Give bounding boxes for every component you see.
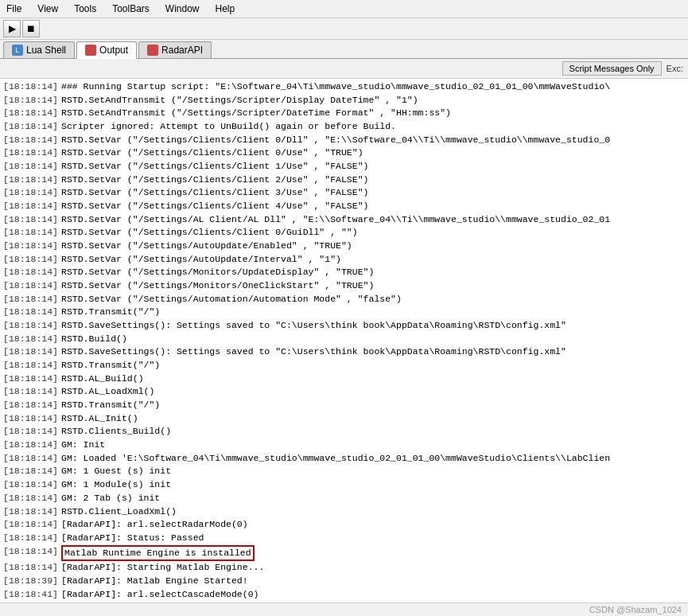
log-content: RSTD.SetVar ("/Settings/AutoUpdate/Inter… bbox=[61, 253, 341, 267]
log-content: RSTD.SetVar ("/Settings/Monitors/UpdateD… bbox=[61, 266, 374, 279]
log-line: [18:18:14]RSTD.Client_LoadXml() bbox=[3, 505, 685, 519]
log-content: [RadarAPI]: arl.selectRadarMode(0) bbox=[61, 518, 248, 532]
log-content: RSTD.SetVar ("/Settings/Clients/Client 2… bbox=[61, 173, 368, 187]
log-line: [18:18:14]RSTD.SaveSettings(): Settings … bbox=[3, 345, 685, 359]
log-content: RSTD.SetAndTransmit ("/Settings/Scripter… bbox=[61, 94, 418, 107]
menu-help[interactable]: Help bbox=[212, 2, 239, 16]
tab-lua-shell[interactable]: L Lua Shell bbox=[3, 41, 75, 58]
log-line: [18:18:14]GM: Init bbox=[3, 439, 685, 452]
log-timestamp: [18:18:14] bbox=[3, 240, 58, 253]
log-line: [18:18:14]RSTD.SetVar ("/Settings/Client… bbox=[3, 186, 685, 200]
log-content: RSTD.Transmit("/") bbox=[61, 306, 160, 319]
log-line: [18:18:14]GM: Loaded 'E:\Software_04\Ti\… bbox=[3, 452, 685, 466]
log-timestamp: [18:18:14] bbox=[3, 186, 58, 200]
log-content: [RadarAPI]: Starting Matlab Engine... bbox=[61, 561, 264, 575]
log-timestamp: [18:18:14] bbox=[3, 306, 58, 319]
log-line: [18:18:14]GM: 2 Tab (s) init bbox=[3, 492, 685, 505]
log-line: [18:18:14]RSTD.SetVar ("/Settings/Monito… bbox=[3, 266, 685, 279]
log-timestamp: [18:18:14] bbox=[3, 213, 58, 227]
log-timestamp: [18:18:14] bbox=[3, 518, 58, 532]
watermark: CSDN @Shazam_1024 bbox=[589, 605, 682, 614]
log-content: RSTD.SetVar ("/Settings/Monitors/OneClic… bbox=[61, 279, 374, 293]
log-timestamp: [18:18:14] bbox=[3, 160, 58, 173]
log-content: RSTD.SetVar ("/Settings/Clients/Client 4… bbox=[61, 200, 368, 213]
log-line: [18:18:14]RSTD.SetVar ("/Settings/Client… bbox=[3, 160, 685, 173]
log-area[interactable]: [18:18:14]### Running Startup script: "E… bbox=[0, 79, 688, 602]
menu-window[interactable]: Window bbox=[162, 2, 203, 16]
log-line: [18:18:14]RSTD.SaveSettings(): Settings … bbox=[3, 319, 685, 333]
log-content: RSTD.Transmit("/") bbox=[61, 399, 160, 412]
log-content: RSTD.AL_Init() bbox=[61, 412, 138, 426]
log-line: [18:18:14]RSTD.SetVar ("/Settings/AutoUp… bbox=[3, 253, 685, 267]
run-button[interactable]: ▶ bbox=[3, 20, 21, 37]
log-line: [18:18:14]### Running Startup script: "E… bbox=[3, 80, 685, 94]
log-timestamp: [18:18:14] bbox=[3, 492, 58, 505]
log-timestamp: [18:18:39] bbox=[3, 575, 58, 588]
log-timestamp: [18:18:14] bbox=[3, 465, 58, 478]
log-line: [18:18:14]RSTD.SetVar ("/Settings/Monito… bbox=[3, 279, 685, 293]
log-content: RSTD.AL_LoadXml() bbox=[61, 385, 154, 399]
log-content: [RadarAPI]: arl.selectCascadeMode(0) bbox=[61, 588, 258, 602]
log-line: [18:18:14]GM: 1 Guest (s) init bbox=[3, 465, 685, 478]
log-content: RSTD.SetVar ("/Settings/Clients/Client 0… bbox=[61, 134, 610, 147]
log-timestamp: [18:18:14] bbox=[3, 345, 58, 359]
log-timestamp: [18:18:14] bbox=[3, 200, 58, 213]
menubar: File View Tools ToolBars Window Help bbox=[0, 0, 688, 18]
log-timestamp: [18:18:14] bbox=[3, 425, 58, 439]
log-line: [18:18:14]Matlab Runtime Engine is insta… bbox=[3, 545, 685, 562]
log-content: RSTD.SetVar ("/Settings/Automation/Autom… bbox=[61, 293, 402, 306]
log-content: RSTD.Client_LoadXml() bbox=[61, 505, 177, 519]
filter-bar: Script Messages Only Exc: bbox=[0, 59, 688, 79]
log-timestamp: [18:18:14] bbox=[3, 505, 58, 519]
log-timestamp: [18:18:14] bbox=[3, 279, 58, 293]
log-content: Matlab Runtime Engine is installed bbox=[61, 545, 255, 562]
log-content: RSTD.SetVar ("/Settings/Clients/Client 0… bbox=[61, 226, 358, 240]
log-line: [18:18:14]RSTD.Clients_Build() bbox=[3, 425, 685, 439]
tab-radar-label: RadarAPI bbox=[161, 45, 203, 56]
log-line: [18:18:14]RSTD.SetVar ("/Settings/AL Cli… bbox=[3, 213, 685, 227]
log-line: [18:18:14]Scripter ignored: Attempt to U… bbox=[3, 120, 685, 134]
log-line: [18:18:14]RSTD.SetAndTransmit ("/Setting… bbox=[3, 107, 685, 120]
tab-radar-api[interactable]: RadarAPI bbox=[138, 41, 212, 58]
statusbar: CSDN @Shazam_1024 bbox=[0, 602, 688, 616]
menu-toolbars[interactable]: ToolBars bbox=[109, 2, 153, 16]
log-content: RSTD.SetVar ("/Settings/AutoUpdate/Enabl… bbox=[61, 240, 352, 253]
log-content: RSTD.AL_Build() bbox=[61, 372, 144, 386]
log-line: [18:18:14]RSTD.Transmit("/") bbox=[3, 359, 685, 372]
menu-view[interactable]: View bbox=[34, 2, 61, 16]
log-content: GM: 1 Guest (s) init bbox=[61, 465, 171, 478]
log-content: [RadarAPI]: Matlab Engine Started! bbox=[61, 575, 248, 588]
exc-label: Exc: bbox=[667, 64, 683, 73]
log-line: [18:18:14]RSTD.Transmit("/") bbox=[3, 306, 685, 319]
tab-output-label: Output bbox=[99, 45, 128, 56]
log-timestamp: [18:18:14] bbox=[3, 372, 58, 386]
script-messages-only-button[interactable]: Script Messages Only bbox=[562, 61, 662, 76]
log-line: [18:18:14][RadarAPI]: Status: Passed bbox=[3, 532, 685, 545]
log-line: [18:18:14]RSTD.AL_Init() bbox=[3, 412, 685, 426]
stop-button[interactable]: ⏹ bbox=[22, 20, 40, 37]
log-timestamp: [18:18:14] bbox=[3, 561, 58, 575]
menu-file[interactable]: File bbox=[3, 2, 25, 16]
log-content: GM: 1 Module(s) init bbox=[61, 478, 171, 492]
log-timestamp: [18:18:14] bbox=[3, 80, 58, 94]
log-content: RSTD.SetVar ("/Settings/AL Client/AL Dll… bbox=[61, 213, 610, 227]
lua-icon: L bbox=[12, 45, 23, 56]
log-content: RSTD.Build() bbox=[61, 333, 127, 346]
log-content: GM: Loaded 'E:\Software_04\Ti\mmwave_stu… bbox=[61, 452, 610, 466]
menu-tools[interactable]: Tools bbox=[71, 2, 99, 16]
log-line: [18:18:14]RSTD.SetVar ("/Settings/Client… bbox=[3, 200, 685, 213]
log-timestamp: [18:18:14] bbox=[3, 333, 58, 346]
tab-lua-label: Lua Shell bbox=[26, 45, 66, 56]
log-line: [18:18:41][RadarAPI]: arl.selectCascadeM… bbox=[3, 588, 685, 602]
log-content: Scripter ignored: Attempt to UnBuild() a… bbox=[61, 120, 396, 134]
tab-output[interactable]: Output bbox=[76, 41, 137, 59]
log-timestamp: [18:18:14] bbox=[3, 385, 58, 399]
log-content: GM: Init bbox=[61, 439, 105, 452]
log-line: [18:18:14]RSTD.SetVar ("/Settings/Automa… bbox=[3, 293, 685, 306]
log-content: RSTD.SaveSettings(): Settings saved to "… bbox=[61, 319, 566, 333]
log-timestamp: [18:18:14] bbox=[3, 545, 58, 559]
log-content: RSTD.Transmit("/") bbox=[61, 359, 160, 372]
log-line: [18:18:14]RSTD.AL_LoadXml() bbox=[3, 385, 685, 399]
log-timestamp: [18:18:14] bbox=[3, 107, 58, 120]
log-content: RSTD.SetVar ("/Settings/Clients/Client 0… bbox=[61, 146, 363, 160]
